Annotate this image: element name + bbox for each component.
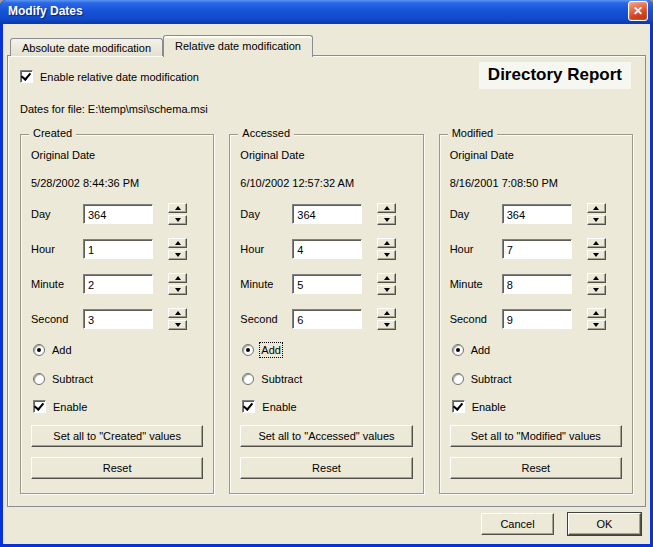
tab-label: Absolute date modification [22,42,151,54]
spin-up-button[interactable] [377,273,396,283]
radio-unchecked-icon[interactable] [242,373,254,385]
second-input[interactable] [502,309,572,329]
add-radio[interactable]: Add [242,344,412,356]
spin-down-button[interactable] [587,215,606,225]
spin-down-button[interactable] [168,320,187,330]
radio-checked-icon[interactable] [452,344,464,356]
minute-input[interactable] [292,274,362,294]
spin-up-button[interactable] [587,308,606,318]
spin-down-button[interactable] [377,320,396,330]
subtract-radio[interactable]: Subtract [242,373,412,385]
spin-down-button[interactable] [377,215,396,225]
set-all-modified-button[interactable]: Set all to "Modified" values [450,425,622,447]
day-spinner [587,203,606,225]
hour-input[interactable] [83,239,153,259]
close-button[interactable]: ✕ [628,1,648,21]
day-input[interactable] [502,204,572,224]
arrow-down-icon [175,288,181,292]
reset-button[interactable]: Reset [240,457,412,479]
spin-down-button[interactable] [168,250,187,260]
day-label: Day [240,208,292,220]
enable-checkbox[interactable]: Enable [242,400,412,413]
second-spinner [587,308,606,330]
arrow-down-icon [384,288,390,292]
tab-absolute-date-modification[interactable]: Absolute date modification [10,38,163,56]
radio-checked-icon[interactable] [33,344,45,356]
titlebar[interactable]: Modify Dates ✕ [0,0,653,24]
day-label: Day [31,208,83,220]
set-all-created-button[interactable]: Set all to "Created" values [31,425,203,447]
day-input[interactable] [83,204,153,224]
set-all-accessed-button[interactable]: Set all to "Accessed" values [240,425,412,447]
subtract-radio[interactable]: Subtract [452,373,622,385]
tab-label: Relative date modification [175,40,301,52]
arrow-up-icon [175,206,181,210]
spin-up-button[interactable] [377,238,396,248]
spin-down-button[interactable] [168,215,187,225]
arrow-up-icon [593,206,599,210]
spin-down-button[interactable] [587,320,606,330]
file-path-label: Dates for file: E:\temp\msi\schema.msi [20,103,633,115]
second-row: Second [31,308,203,329]
spin-down-button[interactable] [587,285,606,295]
arrow-down-icon [175,253,181,257]
spin-down-button[interactable] [377,250,396,260]
add-radio[interactable]: Add [452,344,622,356]
subtract-radio[interactable]: Subtract [33,373,203,385]
group-modified: Modified Original Date 8/16/2001 7:08:50… [439,134,633,494]
arrow-down-icon [593,218,599,222]
relative-date-tab-page: Enable relative date modification Direct… [7,55,646,507]
enable-relative-checkbox[interactable]: Enable relative date modification [20,70,199,83]
spin-up-button[interactable] [168,203,187,213]
cancel-button[interactable]: Cancel [481,513,554,535]
minute-row: Minute [240,273,412,294]
second-label: Second [450,313,502,325]
dialog-footer: Cancel OK [3,508,650,544]
hour-input[interactable] [502,239,572,259]
checkbox-checked-icon[interactable] [33,400,46,413]
checkbox-checked-icon[interactable] [20,70,33,83]
add-radio[interactable]: Add [33,344,203,356]
spin-up-button[interactable] [587,203,606,213]
spin-up-button[interactable] [587,238,606,248]
arrow-down-icon [175,323,181,327]
original-date-value: 5/28/2002 8:44:36 PM [31,177,203,189]
minute-input[interactable] [83,274,153,294]
spin-up-button[interactable] [587,273,606,283]
spin-up-button[interactable] [168,238,187,248]
minute-spinner [377,273,396,295]
group-title: Created [29,127,76,139]
spin-up-button[interactable] [168,308,187,318]
spin-up-button[interactable] [168,273,187,283]
enable-checkbox[interactable]: Enable [452,400,622,413]
minute-input[interactable] [502,274,572,294]
radio-checked-icon[interactable] [242,344,254,356]
spin-up-button[interactable] [377,308,396,318]
minute-label: Minute [31,278,83,290]
day-input[interactable] [292,204,362,224]
tab-strip: Absolute date modification Relative date… [3,24,650,56]
reset-button[interactable]: Reset [450,457,622,479]
day-row: Day [31,203,203,224]
second-input[interactable] [83,309,153,329]
day-spinner [377,203,396,225]
spin-up-button[interactable] [377,203,396,213]
enable-checkbox[interactable]: Enable [33,400,203,413]
arrow-down-icon [175,218,181,222]
reset-button[interactable]: Reset [31,457,203,479]
radio-unchecked-icon[interactable] [33,373,45,385]
spin-down-button[interactable] [168,285,187,295]
spin-down-button[interactable] [377,285,396,295]
hour-input[interactable] [292,239,362,259]
ok-button[interactable]: OK [568,513,641,535]
radio-unchecked-icon[interactable] [452,373,464,385]
subtract-label: Subtract [471,373,512,385]
spin-down-button[interactable] [587,250,606,260]
second-input[interactable] [292,309,362,329]
checkbox-checked-icon[interactable] [452,400,465,413]
arrow-down-icon [384,253,390,257]
checkbox-checked-icon[interactable] [242,400,255,413]
arrow-down-icon [384,218,390,222]
tab-relative-date-modification[interactable]: Relative date modification [163,35,313,57]
second-label: Second [240,313,292,325]
